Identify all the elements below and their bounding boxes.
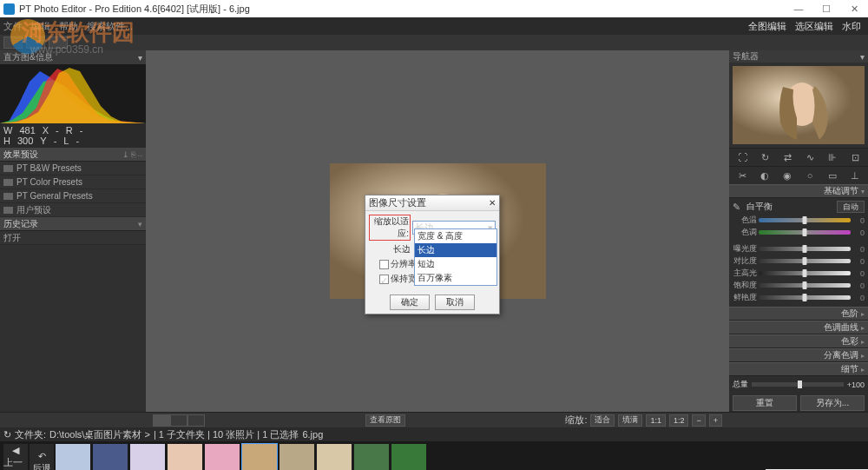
thumb-9[interactable]: 2017-12-16_1... [391,444,426,470]
thumb-7[interactable]: 8.jpg [317,444,352,470]
text-icon[interactable]: ⊥ [848,169,862,182]
right-panel: 导航器▾ ⛶ ↻ ⇄ ∿ ⊪ ⊡ ✂ ◐ ◉ ○ ▭ ⊥ 基础调节▾ [729,50,868,412]
view-split[interactable] [170,414,187,427]
thumb-0[interactable]: 20---...jpg [56,444,90,470]
presets-tools[interactable]: ⤓ ⎘ ⋯ [122,150,142,159]
close-button[interactable]: ✕ [840,0,868,17]
minimize-button[interactable]: — [785,0,812,17]
folder-icon [3,193,13,200]
chevron-down-icon: ▾ [860,52,865,62]
levels-header[interactable]: 色阶▸ [729,307,868,321]
folder-path[interactable]: D:\tools\桌面图片素材 > [49,428,150,441]
total-slider[interactable]: 总量 +100 [729,376,868,393]
scale-to-fit-label: 缩放以适应: [369,215,411,241]
option-mp[interactable]: 百万像素 [415,271,496,285]
slider-temp[interactable]: 色温0 [733,215,865,226]
redeye-icon[interactable]: ◉ [780,169,794,182]
folder-info: | 1 子文件夹 | 10 张照片 | 1 已选择 [154,428,299,441]
slider-contrast[interactable]: 对比度0 [733,255,865,267]
flip-icon[interactable]: ⇄ [780,151,794,163]
eyedropper-icon[interactable]: ✎ [733,202,743,212]
ratio-12[interactable]: 1:2 [669,414,689,427]
basic-adjust-header[interactable]: 基础调节▾ [729,184,868,198]
view-single[interactable] [153,414,170,427]
saveas-button[interactable]: 另存为... [800,395,865,411]
navigator-preview[interactable] [733,66,865,144]
mode-selection-edit[interactable]: 选区编辑 [795,20,833,33]
thumb-6[interactable]: 7.jpg [279,444,314,470]
crop2-icon[interactable]: ✂ [735,169,749,182]
slider-saturation[interactable]: 饱和度0 [733,280,865,291]
history-item[interactable]: 打开 [0,231,146,245]
folder-icon [3,165,13,172]
window-title: PT Photo Editor - Pro Edition 4.6[6402] … [19,3,250,16]
thumb-8[interactable]: 2017-12-15_18... [354,444,389,470]
resolution-checkbox[interactable] [379,260,389,269]
slider-highlight[interactable]: 主高光0 [733,268,865,279]
zoom-in[interactable]: + [709,414,722,427]
back-button[interactable]: ↶后退 [30,444,54,470]
preset-bw[interactable]: PT B&W Presets [0,162,146,175]
resolution-label: 分辨率 [391,258,417,270]
basic-adjust-body: ✎ 白平衡 自动 色温0 色调0 曝光度0 对比度0 主高光0 饱和度0 鲜艳度… [729,198,868,307]
grad-icon[interactable]: ▭ [825,169,839,182]
curves-header[interactable]: 色调曲线▸ [729,321,868,334]
crop-icon[interactable]: ⛶ [735,151,749,163]
long-edge-label: 长边 [369,243,411,255]
collapse-icon[interactable]: ▾ [138,53,142,63]
split-tone-header[interactable]: 分离色调▸ [729,348,868,362]
thumb-3[interactable]: 4.jpg [168,444,202,470]
ratio-11[interactable]: 1:1 [646,414,666,427]
preset-user[interactable]: 用户预设 [0,203,146,217]
levels-icon[interactable]: ⊪ [825,151,839,163]
refresh-icon[interactable]: ↻ [3,429,11,440]
preset-color[interactable]: PT Color Presets [0,175,146,189]
view-toolbar: 查看原图 缩放: 适合 填满 1:1 1:2 − + [0,412,868,427]
maximize-button[interactable]: ☐ [812,0,840,17]
cancel-button[interactable]: 取消 [435,295,475,310]
histogram [0,64,146,123]
wb-auto-button[interactable]: 自动 [837,201,865,213]
view-compare[interactable] [187,414,205,427]
slider-exposure[interactable]: 曝光度0 [733,243,865,255]
aspect-ratio-checkbox[interactable]: ✓ [379,275,389,284]
history-header[interactable]: 历史记录 ▾ [0,217,146,231]
zoom-out[interactable]: − [692,414,705,427]
menu-search[interactable]: 搜索软件... [87,20,133,33]
image-size-dialog: 图像尺寸设置 ✕ 缩放以适应: 长边▾ 长边 分辨率 ✓ 保持宽高比 确定 取消… [365,195,500,314]
detail-header[interactable]: 细节▸ [729,362,868,376]
more-icon[interactable]: ⊡ [848,151,862,163]
thumb-1[interactable]: 1.jpg [93,444,128,470]
adjust-icon[interactable]: ∿ [803,151,817,163]
menu-help[interactable]: 帮助 [59,20,78,33]
fit-button[interactable]: 适合 [590,414,615,427]
presets-header[interactable]: 效果预设 ⤓ ⎘ ⋯ [0,148,146,162]
reset-button[interactable]: 重置 [733,395,797,411]
thumb-2[interactable]: 2.jpg [130,444,165,470]
navigator-header[interactable]: 导航器▾ [729,50,868,63]
view-original-button[interactable]: 查看原图 [365,414,405,427]
option-wh[interactable]: 宽度 & 高度 [415,229,496,243]
dialog-titlebar[interactable]: 图像尺寸设置 ✕ [365,195,499,211]
dialog-close-button[interactable]: ✕ [489,198,496,208]
rotate-icon[interactable]: ↻ [758,151,772,163]
preset-general[interactable]: PT General Presets [0,189,146,203]
thumb-4[interactable]: 5.jpg [205,444,240,470]
mode-watermark[interactable]: 水印 [842,20,861,33]
slider-tint[interactable]: 色调0 [733,227,865,238]
heal-icon[interactable]: ◐ [758,169,772,182]
option-long[interactable]: 长边 [415,243,496,257]
slider-vibrance[interactable]: 鲜艳度0 [733,292,865,303]
brush-icon[interactable]: ○ [803,169,817,182]
dialog-title: 图像尺寸设置 [369,196,426,209]
option-short[interactable]: 短边 [415,257,496,271]
color-header[interactable]: 色彩▸ [729,334,868,348]
folder-label: 文件夹: [15,428,46,441]
toolbar-btn-3[interactable] [49,36,68,49]
mode-full-edit[interactable]: 全图编辑 [748,20,786,33]
thumb-5[interactable]: 6.jpg [242,444,277,470]
prev-button[interactable]: ◀上一张 [3,444,28,470]
fill-button[interactable]: 填满 [618,414,642,427]
ok-button[interactable]: 确定 [390,295,430,310]
scale-dropdown: 宽度 & 高度 长边 短边 百万像素 [414,228,497,286]
